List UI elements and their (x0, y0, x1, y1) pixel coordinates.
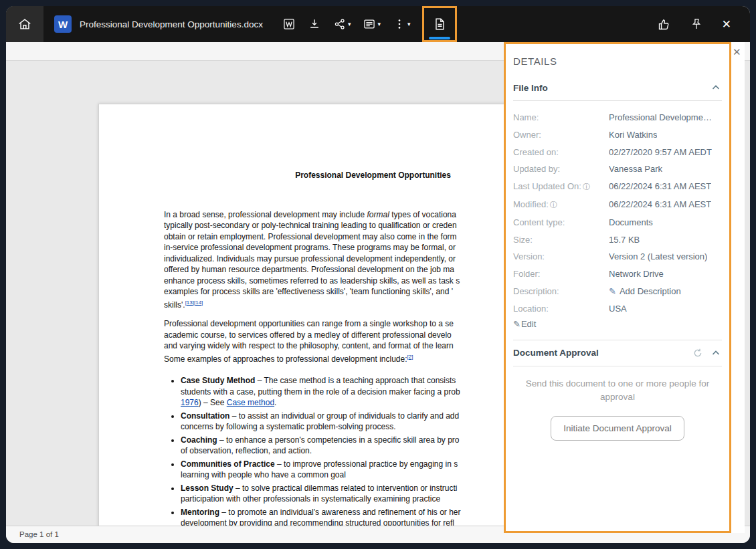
collapse-chevron-icon[interactable] (710, 82, 722, 94)
approval-description: Send this document to one or more people… (513, 377, 722, 404)
list-term: Consultation (181, 411, 229, 421)
info-row-version: Version:Version 2 (Latest version) (513, 248, 722, 265)
home-icon (17, 17, 32, 31)
list-text: – to enhance a person's competencies in … (181, 435, 460, 456)
list-term: Lesson Study (181, 483, 233, 493)
word-file-icon: W (54, 15, 72, 33)
info-row-owner: Owner:Kori Watkins (513, 126, 722, 144)
details-button-annotation (422, 6, 457, 42)
more-options-button[interactable]: ▾ (387, 13, 417, 35)
initiate-approval-button[interactable]: Initiate Document Approval (551, 416, 684, 441)
document-approval-section-header[interactable]: Document Approval (513, 347, 722, 359)
open-in-word-button[interactable] (276, 13, 302, 35)
document-title: Professional Development Opportunities.d… (80, 19, 263, 29)
info-icon[interactable]: ⓘ (583, 183, 590, 191)
field-label: Size: (513, 231, 609, 249)
toolbar-actions: ▾ ▾ ▾ (276, 6, 457, 42)
collapse-chevron-icon[interactable] (710, 347, 722, 359)
file-info-rows: Name:Professional Developme… Owner:Kori … (513, 109, 722, 329)
info-row-folder: Folder:Network Drive (513, 265, 722, 283)
year-link[interactable]: 1976 (181, 398, 199, 407)
download-icon (308, 17, 321, 31)
field-label: Name: (513, 109, 609, 126)
field-value: Vanessa Park (609, 160, 662, 178)
document-details-button[interactable] (430, 14, 450, 34)
more-options-icon (393, 17, 406, 31)
page-indicator: Page 1 of 1 (19, 530, 59, 538)
app-window: W Professional Development Opportunities… (6, 6, 750, 543)
file-info-heading: File Info (513, 83, 548, 93)
close-window-button[interactable]: ✕ (722, 17, 731, 31)
field-label: Modified:ⓘ (513, 196, 609, 214)
divider (513, 366, 722, 366)
field-label: Created on: (513, 144, 609, 161)
list-text: ) – See (199, 398, 227, 407)
info-row-created: Created on:02/27/2020 9:57 AM AEDT (513, 144, 722, 161)
toolbar-right-actions: ✕ (657, 17, 731, 31)
field-value: 06/22/2024 6:31 AM AEST (609, 196, 711, 213)
paragraph-italic-text: formal (367, 210, 389, 219)
info-row-name: Name:Professional Developme… (513, 109, 722, 126)
pencil-icon: ✎ (513, 319, 521, 329)
citation-link[interactable]: [2] (407, 354, 413, 360)
field-value: Documents (609, 214, 653, 231)
field-value: 15.7 KB (609, 231, 640, 249)
field-label: Folder: (513, 265, 609, 283)
close-icon: ✕ (722, 18, 731, 31)
field-label: Last Updated On:ⓘ (513, 178, 609, 196)
field-value: Network Drive (609, 265, 664, 283)
pin-icon (690, 17, 703, 31)
add-description-button[interactable]: ✎Add Description (609, 283, 681, 300)
pencil-icon: ✎ (609, 286, 616, 296)
home-button[interactable] (6, 6, 43, 42)
details-panel-content: DETAILS File Info Name:Professional Deve… (504, 42, 731, 533)
field-value: 06/22/2024 6:31 AM AEST (609, 178, 711, 195)
like-button[interactable] (657, 17, 671, 31)
field-label: Location: (513, 300, 609, 318)
document-details-icon (432, 17, 447, 31)
field-label: Version: (513, 248, 609, 265)
thumbs-up-icon (657, 17, 671, 31)
share-icon (333, 17, 347, 31)
field-label: Owner: (513, 126, 609, 144)
info-icon[interactable]: ⓘ (550, 201, 557, 209)
info-row-location: Location:USA (513, 300, 722, 318)
field-value: Version 2 (Latest version) (609, 248, 707, 265)
pin-button[interactable] (690, 17, 703, 31)
field-value: USA (609, 300, 627, 318)
view-mode-button[interactable]: ▾ (357, 13, 387, 35)
open-in-word-icon (282, 17, 296, 31)
field-label: Content type: (513, 214, 609, 231)
case-method-link[interactable]: Case method (227, 398, 274, 407)
list-term: Case Study Method (181, 376, 255, 385)
field-label: Updated by: (513, 160, 609, 178)
chevron-down-icon: ▾ (377, 21, 381, 27)
field-value: Professional Developme… (609, 109, 712, 126)
info-row-modified: Modified:ⓘ06/22/2024 6:31 AM AEST (513, 196, 722, 214)
list-term: Coaching (181, 435, 217, 445)
info-row-size: Size:15.7 KB (513, 231, 722, 249)
field-label: Description: (513, 283, 609, 300)
close-icon: ✕ (733, 46, 741, 58)
download-button[interactable] (302, 13, 327, 35)
details-panel: ✕ DETAILS File Info Name:Professional De… (504, 42, 745, 533)
divider (513, 100, 722, 101)
paragraph-text: typically post-secondary or poly-technic… (164, 221, 460, 310)
panel-close-button[interactable]: ✕ (733, 46, 741, 58)
file-info-section-header[interactable]: File Info (513, 82, 722, 94)
chevron-down-icon: ▾ (348, 21, 351, 27)
view-mode-icon (363, 17, 376, 31)
field-value: 02/27/2020 9:57 AM AEDT (609, 144, 712, 161)
paragraph-text: In a broad sense, professional developme… (164, 210, 367, 219)
refresh-icon[interactable] (692, 348, 703, 358)
edit-button[interactable]: ✎Edit (513, 319, 722, 329)
share-button[interactable]: ▾ (327, 13, 357, 35)
list-text: . (274, 398, 276, 407)
paragraph-text: types of vocationa (389, 210, 456, 219)
info-row-content-type: Content type:Documents (513, 214, 722, 231)
citation-link[interactable]: [13][14] (185, 300, 203, 306)
toolbar: W Professional Development Opportunities… (6, 6, 750, 42)
list-term: Mentoring (181, 508, 219, 517)
chevron-down-icon: ▾ (407, 21, 411, 27)
panel-title: DETAILS (513, 56, 722, 67)
